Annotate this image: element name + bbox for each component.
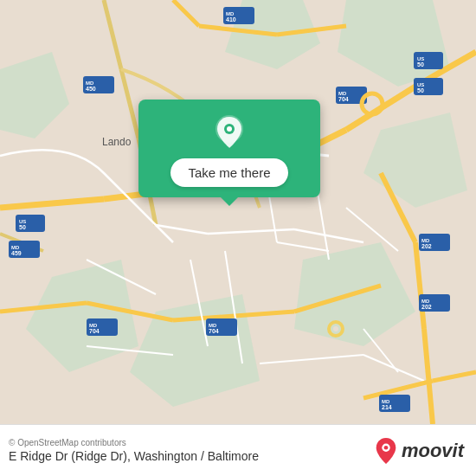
svg-text:202: 202 bbox=[421, 243, 432, 249]
svg-text:450: 450 bbox=[86, 86, 96, 92]
popup-card: Take me there bbox=[138, 100, 320, 197]
location-text: E Ridge Dr (Ridge Dr), Washington / Balt… bbox=[9, 449, 259, 463]
svg-point-87 bbox=[368, 100, 376, 108]
svg-text:410: 410 bbox=[226, 16, 236, 23]
svg-text:704: 704 bbox=[209, 328, 219, 334]
copyright-text: © OpenStreetMap contributors bbox=[9, 438, 259, 447]
svg-text:704: 704 bbox=[89, 328, 100, 334]
svg-point-92 bbox=[227, 126, 232, 132]
location-pin-icon bbox=[210, 113, 248, 151]
svg-point-89 bbox=[333, 326, 338, 331]
take-me-there-button[interactable]: Take me there bbox=[170, 158, 287, 187]
svg-text:214: 214 bbox=[382, 404, 392, 410]
map-container: US 50 US 50 US 50 MD 410 MD 450 MD 704 M… bbox=[0, 0, 476, 424]
moovit-brand-text: moovit bbox=[402, 440, 464, 462]
svg-text:Lando: Lando bbox=[102, 136, 132, 148]
moovit-logo: moovit bbox=[374, 437, 464, 465]
svg-point-94 bbox=[384, 445, 389, 449]
svg-text:459: 459 bbox=[11, 250, 22, 256]
moovit-pin-icon bbox=[374, 437, 398, 465]
svg-text:704: 704 bbox=[338, 96, 349, 102]
svg-text:202: 202 bbox=[421, 304, 432, 310]
svg-text:50: 50 bbox=[417, 61, 424, 68]
svg-text:50: 50 bbox=[417, 87, 424, 93]
svg-text:50: 50 bbox=[19, 224, 26, 230]
bottom-bar: © OpenStreetMap contributors E Ridge Dr … bbox=[0, 424, 476, 476]
bottom-bar-info: © OpenStreetMap contributors E Ridge Dr … bbox=[9, 438, 259, 463]
